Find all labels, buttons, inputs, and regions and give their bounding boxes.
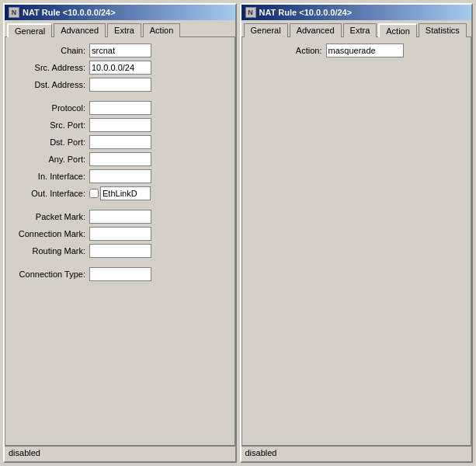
in-interface-label: In. Interface:	[12, 172, 89, 181]
right-title-bar: N NAT Rule <10.0.0.0/24>	[241, 5, 472, 20]
dst-address-input[interactable]	[89, 78, 151, 92]
protocol-input[interactable]	[89, 101, 151, 115]
chain-row: Chain:	[12, 43, 228, 57]
right-window-title: NAT Rule <10.0.0.0/24>	[259, 8, 353, 17]
protocol-label: Protocol:	[12, 103, 89, 113]
right-status-text: disabled	[245, 448, 277, 457]
left-tab-extra[interactable]: Extra	[107, 23, 141, 37]
right-tab-extra[interactable]: Extra	[343, 23, 377, 37]
action-row: Action:	[248, 43, 465, 57]
in-interface-input[interactable]	[89, 169, 151, 183]
right-tab-content: Action:	[241, 37, 472, 446]
dst-port-input[interactable]	[89, 135, 151, 149]
dst-port-label: Dst. Port:	[12, 137, 89, 147]
action-input[interactable]	[326, 43, 404, 57]
src-address-input[interactable]	[89, 61, 151, 75]
left-status-bar: disabled	[5, 446, 235, 461]
right-window: N NAT Rule <10.0.0.0/24> General Advance…	[240, 3, 474, 463]
left-window-icon: N	[9, 7, 19, 18]
dst-address-label: Dst. Address:	[12, 80, 89, 89]
connection-mark-input[interactable]	[89, 227, 151, 241]
packet-mark-input[interactable]	[89, 210, 151, 224]
packet-mark-row: Packet Mark:	[12, 210, 228, 224]
in-interface-row: In. Interface:	[12, 169, 228, 183]
any-port-input[interactable]	[89, 152, 151, 166]
out-interface-row: Out. Interface:	[12, 186, 228, 200]
action-label: Action:	[248, 46, 326, 55]
right-tab-general[interactable]: General	[244, 23, 288, 37]
src-address-row: Src. Address:	[12, 61, 228, 75]
out-interface-label: Out. Interface:	[12, 189, 89, 198]
connection-type-input[interactable]	[89, 267, 151, 281]
left-tab-content: Chain: Src. Address: Dst. Address: Proto…	[5, 37, 235, 446]
src-address-label: Src. Address:	[12, 63, 89, 72]
packet-mark-label: Packet Mark:	[12, 212, 89, 221]
left-window-title: NAT Rule <10.0.0.0/24>	[23, 8, 116, 17]
connection-mark-row: Connection Mark:	[12, 227, 228, 241]
chain-label: Chain:	[12, 46, 89, 55]
right-tab-advanced[interactable]: Advanced	[290, 23, 342, 37]
right-window-icon: N	[245, 7, 256, 18]
dst-address-row: Dst. Address:	[12, 78, 228, 92]
out-interface-container	[89, 186, 151, 200]
left-tab-general[interactable]: General	[7, 23, 52, 37]
chain-input[interactable]	[89, 43, 151, 57]
left-status-text: disabled	[9, 448, 40, 457]
left-window: N NAT Rule <10.0.0.0/24> General Advance…	[3, 3, 237, 463]
left-tab-advanced[interactable]: Advanced	[54, 23, 106, 37]
protocol-row: Protocol:	[12, 101, 228, 115]
right-tab-action[interactable]: Action	[378, 23, 417, 37]
connection-mark-label: Connection Mark:	[12, 229, 89, 238]
any-port-row: Any. Port:	[12, 152, 228, 166]
out-interface-checkbox[interactable]	[89, 189, 99, 198]
routing-mark-input[interactable]	[89, 244, 151, 258]
dst-port-row: Dst. Port:	[12, 135, 228, 149]
connection-type-label: Connection Type:	[12, 270, 89, 279]
right-tab-statistics[interactable]: Statistics	[419, 23, 467, 37]
left-tab-action[interactable]: Action	[143, 23, 181, 37]
right-status-bar: disabled	[241, 446, 472, 461]
connection-type-row: Connection Type:	[12, 267, 228, 281]
left-tab-bar: General Advanced Extra Action	[5, 20, 235, 37]
left-title-bar: N NAT Rule <10.0.0.0/24>	[5, 5, 235, 20]
right-tab-bar: General Advanced Extra Action Statistics	[241, 20, 472, 37]
routing-mark-row: Routing Mark:	[12, 244, 228, 258]
src-port-row: Src. Port:	[12, 118, 228, 132]
any-port-label: Any. Port:	[12, 155, 89, 164]
src-port-input[interactable]	[89, 118, 151, 132]
routing-mark-label: Routing Mark:	[12, 246, 89, 256]
src-port-label: Src. Port:	[12, 120, 89, 130]
out-interface-input[interactable]	[100, 186, 151, 200]
